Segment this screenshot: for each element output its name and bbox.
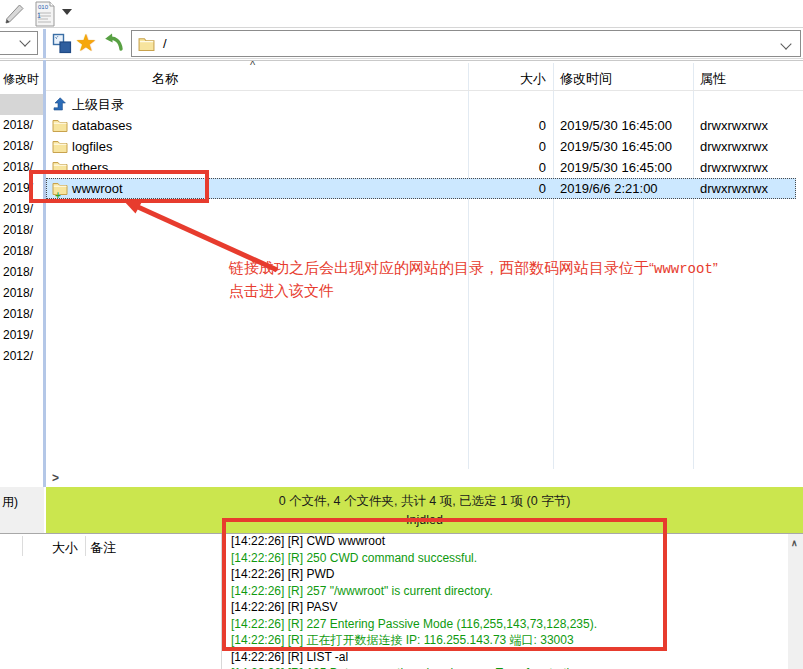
remote-path-value: / [163, 36, 167, 51]
pane-splitter[interactable] [43, 60, 46, 487]
queue-column-separator [22, 536, 23, 556]
log-scrollbar[interactable]: ∧ [788, 534, 803, 669]
file-name: logfiles [72, 138, 112, 155]
remote-path-combobox[interactable]: / [131, 30, 801, 57]
annotation-box-log [222, 518, 667, 651]
parent-directory-icon [52, 97, 66, 111]
folder-icon [52, 139, 68, 153]
file-size: 0 [460, 180, 546, 197]
local-date-cell: 2018/ [3, 241, 33, 262]
folder-icon [52, 118, 68, 132]
local-date-cell: 2018/ [3, 115, 33, 136]
annotation-line2: 点击进入该文件 [229, 280, 718, 302]
file-row-parent-dir[interactable]: 上级目录 [46, 94, 803, 115]
scroll-up-icon[interactable]: ∧ [791, 538, 798, 548]
svg-text:1: 1 [37, 12, 41, 19]
attrs-column-header[interactable]: 属性 [700, 70, 726, 88]
compare-folders-icon [52, 33, 72, 54]
file-size: 0 [460, 159, 546, 176]
drive-combo[interactable] [0, 31, 38, 55]
sort-ascending-icon: ^ [250, 59, 255, 71]
star-icon: ★ [75, 31, 97, 55]
svg-text:010: 010 [38, 4, 49, 10]
local-date-cell: 2018/ [3, 304, 33, 325]
binary-document-icon: 010 1 [33, 1, 57, 27]
local-date-cell: 2018/ [3, 220, 33, 241]
file-attrs: drwxrwxrwx [700, 159, 768, 176]
file-modified: 2019/5/30 16:45:00 [560, 117, 672, 134]
file-modified: 2019/5/30 16:45:00 [560, 159, 672, 176]
annotation-line1: 链接成功之后会出现对应的网站的目录，西部数码网站目录位于“wwwroot” [229, 257, 718, 280]
local-date-cell: 2019/ [3, 325, 33, 346]
address-toolbar: ★ / [0, 28, 803, 59]
local-status-bar: 用) [0, 487, 44, 533]
selection-summary: 0 个文件, 4 个文件夹, 共计 4 项, 已选定 1 项 (0 字节) [279, 493, 571, 510]
top-toolbar: 010 1 [0, 0, 803, 28]
view-binary-button[interactable]: 010 1 [30, 0, 60, 27]
file-name: databases [72, 117, 132, 134]
log-line: [14:22:26] [R] LIST -al [231, 650, 348, 667]
local-date-cell: 2018/ [3, 262, 33, 283]
file-modified: 2019/6/6 2:21:00 [560, 180, 658, 197]
file-size: 0 [460, 117, 546, 134]
local-selected-row[interactable] [0, 94, 43, 115]
local-date-cell: 2018/ [3, 283, 33, 304]
file-row-databases[interactable]: databases 0 2019/5/30 16:45:00 drwxrwxrw… [46, 115, 803, 136]
folder-icon [138, 36, 155, 51]
local-date-cell: 2012/ [3, 346, 33, 367]
go-up-button[interactable] [101, 30, 127, 56]
name-column-header[interactable]: 名称 [152, 70, 178, 88]
file-row-logfiles[interactable]: logfiles 0 2019/5/30 16:45:00 drwxrwxrwx [46, 136, 803, 157]
modified-column-header[interactable]: 修改时间 [560, 70, 612, 88]
curved-up-arrow-icon [103, 32, 125, 54]
file-attrs: drwxrwxrwx [700, 138, 768, 155]
edit-file-button[interactable] [0, 0, 30, 27]
combo-chevron-icon [19, 35, 30, 46]
file-modified: 2019/5/30 16:45:00 [560, 138, 672, 155]
queue-size-column-header[interactable]: 大小 [30, 539, 78, 557]
annotation-text: 链接成功之后会出现对应的网站的目录，西部数码网站目录位于“wwwroot” 点击… [229, 257, 718, 302]
size-column-header[interactable]: 大小 [460, 70, 546, 88]
transfer-queue-pane: 大小 备注 [0, 534, 222, 669]
file-attrs: drwxrwxrwx [700, 180, 768, 197]
local-status-fragment: 用) [2, 495, 18, 509]
queue-column-separator [85, 536, 86, 556]
local-date-cell: 2018/ [3, 136, 33, 157]
favorites-button[interactable]: ★ [72, 30, 100, 56]
address-chevron-icon[interactable] [780, 38, 791, 49]
pencil-icon [3, 2, 27, 26]
local-file-pane: 修改时 2018/ 2018/ 2018/ 2019/ 2019/ 2018/ … [0, 61, 43, 471]
file-attrs: drwxrwxrwx [700, 117, 768, 134]
toolbar-dropdown-arrow-icon[interactable] [62, 9, 72, 15]
toolbar-separator [43, 29, 46, 58]
local-modified-column-header[interactable]: 修改时 [3, 71, 39, 88]
file-size: 0 [460, 138, 546, 155]
file-name: 上级目录 [72, 96, 124, 113]
scroll-right-icon[interactable]: > [52, 471, 59, 485]
ftp-client-window: 010 1 ★ [0, 0, 803, 669]
queue-note-column-header[interactable]: 备注 [90, 539, 116, 557]
remote-list-header: ^ 名称 大小 修改时间 属性 [46, 61, 803, 91]
